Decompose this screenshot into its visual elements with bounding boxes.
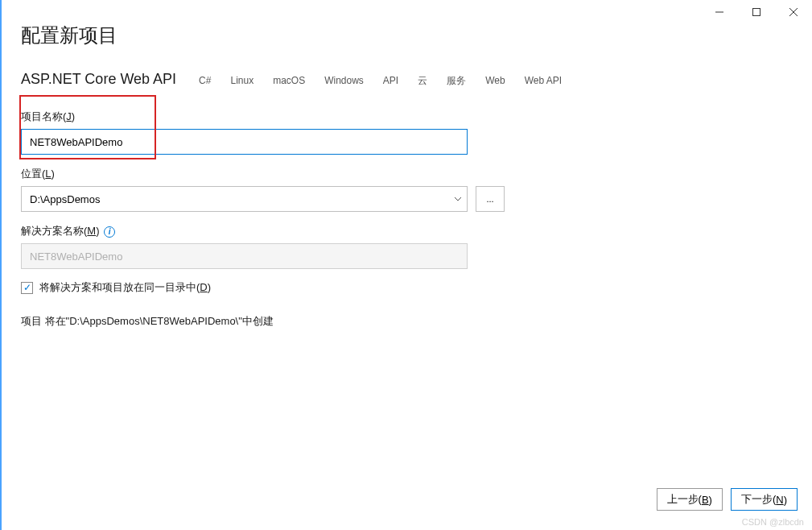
dialog-footer: 上一步(B) 下一步(N) bbox=[657, 488, 798, 511]
template-tag: Web bbox=[482, 73, 508, 88]
project-name-group: 项目名称(J) bbox=[21, 109, 793, 155]
same-directory-checkbox[interactable]: ✓ bbox=[21, 282, 33, 294]
solution-name-label: 解决方案名称(M) i bbox=[21, 224, 115, 238]
main-content: 配置新项目 ASP.NET Core Web API C# Linux macO… bbox=[2, 0, 812, 329]
maximize-button[interactable] bbox=[738, 0, 775, 24]
same-directory-label: 将解决方案和项目放在同一目录中(D) bbox=[39, 280, 211, 295]
page-title: 配置新项目 bbox=[21, 23, 793, 48]
template-tag: Web API bbox=[521, 73, 565, 88]
next-button[interactable]: 下一步(N) bbox=[731, 488, 798, 511]
location-group: 位置(L) ... bbox=[21, 166, 793, 212]
template-tag: 服务 bbox=[443, 72, 469, 89]
location-input[interactable] bbox=[21, 186, 468, 212]
template-tag: Linux bbox=[227, 73, 257, 88]
solution-name-input bbox=[21, 243, 468, 269]
template-tag: API bbox=[380, 73, 402, 88]
template-tag: C# bbox=[196, 73, 214, 88]
location-label: 位置(L) bbox=[21, 167, 55, 181]
project-name-input[interactable] bbox=[21, 129, 468, 155]
watermark: CSDN @zlbcdn bbox=[742, 517, 804, 527]
project-name-label: 项目名称(J) bbox=[21, 110, 75, 124]
svg-rect-1 bbox=[753, 9, 760, 16]
browse-button[interactable]: ... bbox=[476, 186, 505, 212]
location-combo[interactable] bbox=[21, 186, 468, 212]
template-tag: Windows bbox=[321, 73, 367, 88]
back-button[interactable]: 上一步(B) bbox=[657, 488, 723, 511]
same-directory-checkbox-row[interactable]: ✓ 将解决方案和项目放在同一目录中(D) bbox=[21, 280, 793, 295]
close-button[interactable] bbox=[775, 0, 812, 24]
template-header: ASP.NET Core Web API C# Linux macOS Wind… bbox=[21, 71, 793, 89]
creation-path-text: 项目 将在"D:\AppsDemos\NET8WebAPIDemo\"中创建 bbox=[21, 314, 793, 329]
info-icon[interactable]: i bbox=[104, 226, 115, 238]
template-tag: macOS bbox=[270, 73, 308, 88]
minimize-button[interactable] bbox=[701, 0, 738, 24]
window-controls bbox=[701, 0, 812, 24]
template-tag: 云 bbox=[414, 72, 431, 89]
template-name: ASP.NET Core Web API bbox=[21, 71, 176, 88]
solution-name-group: 解决方案名称(M) i bbox=[21, 223, 793, 269]
